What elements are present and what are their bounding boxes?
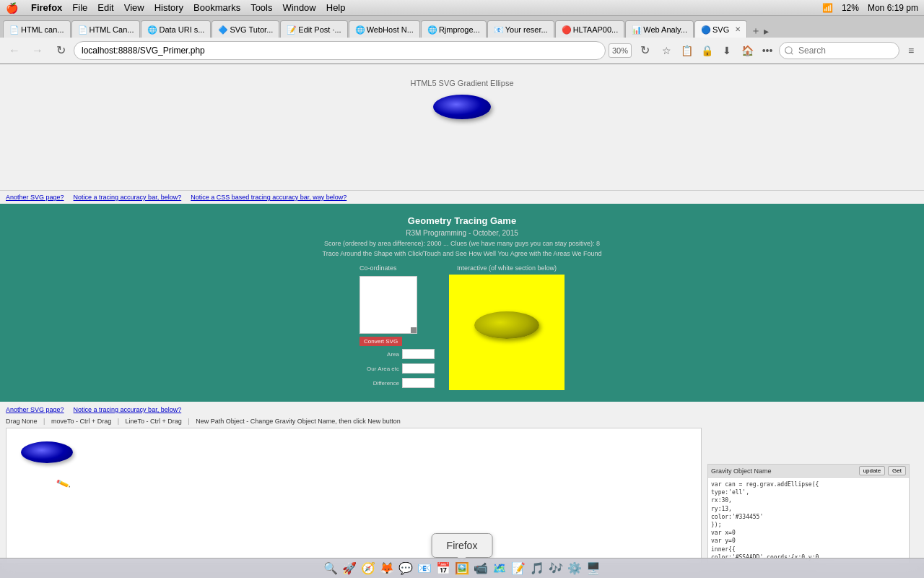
trace-area[interactable] xyxy=(359,276,417,334)
tab-close-10[interactable]: ✕ xyxy=(735,25,741,33)
view-menu[interactable]: View xyxy=(124,2,144,13)
game-area: Co-ordinates Convert SVG Area Our Area e… xyxy=(12,264,912,390)
toolbar-drag-none: Drag None xyxy=(6,418,38,425)
taskbar-terminal[interactable]: 🖥️ xyxy=(585,560,602,577)
download-icon[interactable]: ⬇ xyxy=(718,42,736,59)
window-menu[interactable]: Window xyxy=(283,2,316,13)
tab-favicon-5: 🌐 xyxy=(355,25,364,34)
bookmarks-menu[interactable]: Bookmarks xyxy=(193,2,240,13)
reload-btn2[interactable]: ↻ xyxy=(635,40,655,61)
tab-9[interactable]: 📊 Web Analy... xyxy=(625,20,694,38)
menubar-right: 📶 12% Mon 6:19 pm xyxy=(822,3,918,13)
forward-button[interactable]: → xyxy=(27,40,48,61)
our-area-label: Our Area etc xyxy=(359,366,399,372)
game-score: Score (ordered by area difference): 2000… xyxy=(12,240,912,247)
wifi-icon: 📶 xyxy=(822,3,833,13)
link-css-tracing[interactable]: Notice a CSS based tracing accuracy bar,… xyxy=(191,194,346,201)
firefox-menu[interactable]: Firefox xyxy=(31,2,62,13)
nav-bar: ← → ↻ 30% ↻ ☆ 📋 🔒 ⬇ 🏠 ••• ≡ xyxy=(0,38,924,64)
tab-1[interactable]: 📄 HTML Can... xyxy=(71,20,141,38)
clock: Mon 6:19 pm xyxy=(868,3,918,13)
difference-input[interactable] xyxy=(402,378,435,388)
game-canvas[interactable] xyxy=(449,275,565,390)
tab-favicon-2: 🌐 xyxy=(147,25,156,34)
tab-favicon-0: 📄 xyxy=(9,25,18,34)
tab-label-2: Data URI s... xyxy=(159,25,204,34)
tab-favicon-4: 📝 xyxy=(287,25,295,34)
taskbar-messages[interactable]: 💬 xyxy=(397,560,414,577)
tools-menu[interactable]: Tools xyxy=(250,2,272,13)
tab-label-6: Rjmproge... xyxy=(439,25,480,34)
tab-6[interactable]: 🌐 Rjmproge... xyxy=(421,20,487,38)
new-tab-button[interactable]: ＋ xyxy=(751,25,761,38)
dots-icon[interactable]: ••• xyxy=(759,42,776,59)
svg-canvas[interactable]: ✏️ xyxy=(6,428,702,563)
code-panel-header: Gravity Object Name update Get xyxy=(708,465,909,478)
tab-favicon-3: 🔷 xyxy=(218,25,227,34)
taskbar-notes[interactable]: 📝 xyxy=(510,560,527,577)
tab-8[interactable]: 🔴 HLTAAP00... xyxy=(555,20,625,38)
area-input[interactable] xyxy=(402,349,435,359)
resize-handle[interactable] xyxy=(411,327,417,333)
taskbar: 🔍 🚀 🧭 🦊 💬 📧 📅 🖼️ 📹 🗺️ 📝 🎵 🎶 ⚙️ 🖥️ xyxy=(0,558,924,578)
file-menu[interactable]: File xyxy=(72,2,87,13)
browser-chrome: 📄 HTML can... 📄 HTML Can... 🌐 Data URI s… xyxy=(0,16,924,64)
history-menu[interactable]: History xyxy=(154,2,183,13)
taskbar-facetime[interactable]: 📹 xyxy=(472,560,489,577)
taskbar-safari[interactable]: 🧭 xyxy=(359,560,377,577)
get-button[interactable]: Get xyxy=(888,466,906,475)
battery-indicator: 12% xyxy=(842,3,859,13)
taskbar-finder[interactable]: 🔍 xyxy=(322,560,339,577)
tab-5[interactable]: 🌐 WebHost N... xyxy=(349,20,420,38)
page-title: HTML5 SVG Gradient Ellipse xyxy=(14,79,910,87)
section-game: Geometry Tracing Game R3M Programming - … xyxy=(0,204,924,402)
gradient-ellipse-top xyxy=(433,95,491,119)
taskbar-itunes[interactable]: 🎶 xyxy=(547,560,565,577)
tab-0[interactable]: 📄 HTML can... xyxy=(3,20,71,38)
taskbar-settings[interactable]: ⚙️ xyxy=(566,560,583,577)
link-tracing-accuracy[interactable]: Notice a tracing accuracy bar, below? xyxy=(74,194,182,201)
taskbar-maps[interactable]: 🗺️ xyxy=(491,560,508,577)
tab-10[interactable]: 🔵 SVG ✕ xyxy=(694,20,747,38)
convert-svg-button[interactable]: Convert SVG xyxy=(359,337,402,346)
toolbar-sep-2: | xyxy=(118,418,119,425)
taskbar-icons: 🔍 🚀 🧭 🦊 💬 📧 📅 🖼️ 📹 🗺️ 📝 🎵 🎶 ⚙️ 🖥️ xyxy=(322,560,602,577)
link-another-svg[interactable]: Another SVG page? xyxy=(6,194,64,201)
tab-label-10: SVG xyxy=(712,25,729,34)
zoom-indicator[interactable]: 30% xyxy=(609,43,632,58)
lock-icon[interactable]: 🔒 xyxy=(698,42,715,59)
our-area-row: Our Area etc xyxy=(359,363,435,374)
tab-4[interactable]: 📝 Edit Post ·... xyxy=(280,20,347,38)
difference-row: Difference xyxy=(359,378,435,388)
firefox-tooltip: Firefox xyxy=(432,533,493,558)
reload-button[interactable]: ↻ xyxy=(51,40,71,61)
tab-7[interactable]: 📧 Your reser... xyxy=(487,20,554,38)
taskbar-music[interactable]: 🎵 xyxy=(528,560,546,577)
gradient-ellipse-game xyxy=(474,311,539,339)
right-panel-label: Interactive (of white section below) xyxy=(457,264,557,272)
link-another-svg-2[interactable]: Another SVG page? xyxy=(6,406,64,413)
our-area-input[interactable] xyxy=(402,363,435,374)
taskbar-calendar[interactable]: 📅 xyxy=(435,560,452,577)
taskbar-photos[interactable]: 🖼️ xyxy=(453,560,471,577)
taskbar-mail[interactable]: 📧 xyxy=(416,560,433,577)
taskbar-launchpad[interactable]: 🚀 xyxy=(341,560,358,577)
back-button[interactable]: ← xyxy=(4,40,25,61)
edit-menu[interactable]: Edit xyxy=(97,2,113,13)
url-bar[interactable] xyxy=(74,41,606,60)
update-button[interactable]: update xyxy=(859,466,885,475)
tab-3[interactable]: 🔷 SVG Tutor... xyxy=(212,20,279,38)
taskbar-firefox[interactable]: 🦊 xyxy=(378,560,396,577)
tab-2[interactable]: 🌐 Data URI s... xyxy=(141,20,211,38)
search-input[interactable] xyxy=(779,42,899,59)
apple-menu[interactable]: 🍎 xyxy=(6,2,18,14)
overflow-icon[interactable]: ≡ xyxy=(902,42,920,59)
tabs-overflow-button[interactable]: ▸ xyxy=(764,25,769,37)
home-icon[interactable]: 🏠 xyxy=(738,42,756,59)
reader-view-icon[interactable]: 📋 xyxy=(678,42,695,59)
bookmark-star-icon[interactable]: ☆ xyxy=(658,42,675,59)
tab-favicon-7: 📧 xyxy=(494,25,502,34)
link-tracing-accuracy-2[interactable]: Notice a tracing accuracy bar, below? xyxy=(74,406,182,413)
game-title: Geometry Tracing Game xyxy=(12,215,912,226)
help-menu[interactable]: Help xyxy=(326,2,346,13)
